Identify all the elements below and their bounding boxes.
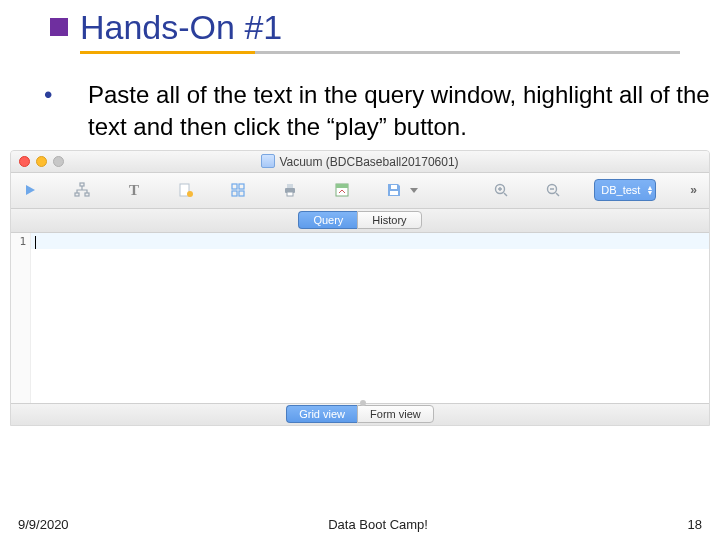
bullet-content: Paste all of the text in the query windo… [88,81,710,140]
svg-rect-15 [390,191,398,195]
svg-rect-6 [232,184,237,189]
save-icon[interactable] [383,179,405,201]
database-selector[interactable]: DB_test ▲▼ [594,179,656,201]
new-query-icon[interactable] [175,179,197,201]
text-icon[interactable]: T [123,179,145,201]
schema-icon[interactable] [71,179,93,201]
slide: Hands-On #1 •Paste all of the text in th… [0,0,720,540]
line-gutter: 1 [11,233,31,403]
line-number-1: 1 [19,235,26,248]
toolbar-overflow-icon[interactable]: » [686,183,701,197]
svg-rect-9 [239,191,244,196]
tab-form-view[interactable]: Form view [357,405,434,423]
print-icon[interactable] [279,179,301,201]
svg-marker-0 [26,185,35,195]
tab-history[interactable]: History [357,211,421,229]
footer-date: 9/9/2020 [18,517,69,532]
results-bottom-bar: Grid view Form view [11,403,709,425]
window-titlebar: Vacuum (BDCBaseball20170601) [11,151,709,173]
chevron-updown-icon: ▲▼ [646,185,653,195]
window-title-icon [261,154,275,168]
slide-title: Hands-On #1 [80,8,720,47]
toolbar: T [11,173,709,209]
svg-rect-1 [80,183,84,186]
svg-rect-3 [85,193,89,196]
database-selector-label: DB_test [601,184,640,196]
svg-rect-11 [287,184,293,188]
svg-rect-12 [287,192,293,196]
svg-point-5 [187,191,193,197]
window-title-text: Vacuum (BDCBaseball20170601) [279,155,458,169]
title-accent-square [50,18,68,36]
slide-bullet-text: •Paste all of the text in the query wind… [44,79,710,144]
svg-rect-7 [239,184,244,189]
code-textarea[interactable] [31,233,709,403]
svg-marker-17 [410,188,418,193]
app-window: Vacuum (BDCBaseball20170601) T [10,150,710,426]
editor-tabs: Query History [11,209,709,233]
svg-rect-8 [232,191,237,196]
text-cursor [35,236,36,249]
zoom-out-icon[interactable] [542,179,564,201]
footer-page-number: 18 [688,517,702,532]
play-button[interactable] [19,179,41,201]
title-underline [80,51,720,55]
svg-rect-14 [336,184,348,188]
window-title: Vacuum (BDCBaseball20170601) [11,154,709,169]
svg-rect-2 [75,193,79,196]
slide-footer: 9/9/2020 Data Boot Camp! 18 [0,517,720,532]
svg-rect-16 [391,185,397,189]
zoom-in-icon[interactable] [490,179,512,201]
view-tabs: Grid view Form view [286,405,434,423]
select-all-icon[interactable] [227,179,249,201]
drag-handle-icon[interactable] [360,400,366,406]
export-icon[interactable] [331,179,353,201]
footer-center: Data Boot Camp! [328,517,428,532]
query-editor: 1 [11,233,709,403]
save-chevron-icon[interactable] [409,179,419,201]
tab-query[interactable]: Query [298,211,357,229]
tab-grid-view[interactable]: Grid view [286,405,357,423]
